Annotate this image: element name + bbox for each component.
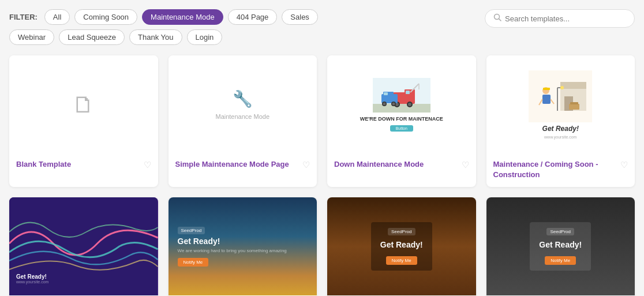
filter-btn-lead-squeeze[interactable]: Lead Squeeze	[59, 29, 125, 45]
threads-sub: www.yoursite.com	[16, 280, 48, 284]
svg-rect-6	[406, 91, 410, 94]
threads-get-ready: Get Ready!	[16, 273, 48, 280]
search-box	[485, 9, 635, 28]
down-maint-btn[interactable]: Button	[390, 125, 413, 132]
filter-btn-404[interactable]: 404 Page	[228, 9, 278, 25]
filter-btn-thank-you[interactable]: Thank You	[129, 29, 182, 45]
svg-rect-15	[384, 92, 388, 95]
filter-label: FILTER:	[9, 13, 38, 21]
svg-point-19	[392, 102, 395, 105]
filter-btn-coming-soon[interactable]: Coming Soon	[74, 9, 137, 25]
svg-rect-22	[560, 82, 586, 89]
card-thumb-sky[interactable]: SeedProd Get Ready! We are working hard …	[169, 197, 317, 295]
template-card-threads: Get Ready! www.yoursite.com Maintenance …	[9, 197, 158, 296]
template-grid: 🗋 Blank Template ♡ 🔧 Maintenance Mode Si…	[9, 55, 635, 296]
filter-row-1: FILTER: All Coming Soon Maintenance Mode…	[9, 9, 318, 25]
card-title-simple-maintenance: Simple Maintenance Mode Page	[175, 159, 299, 170]
search-icon	[493, 13, 501, 24]
heart-icon-down-maintenance[interactable]: ♡	[462, 160, 469, 170]
svg-rect-33	[570, 102, 578, 104]
filter-btn-all[interactable]: All	[44, 9, 70, 25]
card-thumb-wood[interactable]: SeedProd Get Ready! Notify Me	[327, 197, 476, 295]
svg-rect-28	[543, 88, 550, 90]
filter-row-2: Webinar Lead Squeeze Thank You Login	[9, 29, 318, 45]
down-maint-title: WE'RE DOWN FOR MAINTENACE	[360, 116, 443, 122]
seedprod-badge-sky: SeedProd	[178, 227, 205, 234]
doc-icon: 🗋	[72, 92, 95, 118]
svg-point-17	[383, 102, 385, 105]
card-info-construction: Maintenance / Coming Soon - Construction…	[486, 153, 635, 187]
seedprod-badge-desk: SeedProd	[546, 228, 574, 235]
get-ready-sky: Get Ready!	[178, 237, 220, 246]
seedprod-badge-wood: SeedProd	[388, 228, 415, 235]
heart-icon-simple-maintenance[interactable]: ♡	[302, 160, 310, 170]
wrench-icon: 🔧	[233, 89, 253, 108]
constr-title: Get Ready!	[542, 125, 579, 133]
construction-svg	[529, 70, 592, 122]
get-ready-wood: Get Ready!	[380, 240, 423, 249]
card-info-simple-maintenance: Simple Maintenance Mode Page ♡	[169, 153, 317, 177]
heart-icon-construction[interactable]: ♡	[620, 160, 628, 170]
card-title-blank: Blank Template	[16, 159, 140, 170]
template-card-wood: SeedProd Get Ready! Notify Me Maintenanc…	[327, 197, 476, 296]
card-info-down-maintenance: Down Maintenance Mode ♡	[327, 153, 476, 177]
tow-truck-svg	[373, 78, 430, 113]
desk-card-overlay: SeedProd Get Ready! Notify Me	[530, 222, 591, 271]
sub-text-sky: We are working hard to bring you somethi…	[178, 248, 287, 253]
template-card-construction: Get Ready! www.yoursite.com Maintenance …	[486, 55, 635, 187]
filter-btn-maintenance-mode[interactable]: Maintenance Mode	[142, 9, 223, 25]
card-thumb-construction[interactable]: Get Ready! www.yoursite.com	[486, 55, 635, 153]
app-container: FILTER: All Coming Soon Maintenance Mode…	[9, 9, 635, 296]
template-card-down-maintenance: WE'RE DOWN FOR MAINTENACE Button Down Ma…	[327, 55, 476, 187]
card-thumb-desk[interactable]: SeedProd Get Ready! Notify Me	[486, 197, 635, 295]
get-ready-desk: Get Ready!	[539, 240, 582, 249]
top-bar: FILTER: All Coming Soon Maintenance Mode…	[9, 9, 635, 45]
svg-point-26	[560, 86, 564, 89]
template-card-desk: SeedProd Get Ready! Notify Me Maintenanc…	[486, 197, 635, 296]
wood-card-overlay: SeedProd Get Ready! Notify Me	[371, 222, 432, 271]
svg-line-1	[499, 19, 501, 21]
card-title-down-maintenance: Down Maintenance Mode	[334, 159, 458, 170]
card-title-construction: Maintenance / Coming Soon - Construction	[493, 159, 617, 180]
notify-btn-wood[interactable]: Notify Me	[386, 256, 417, 265]
template-card-sky: SeedProd Get Ready! We are working hard …	[169, 197, 317, 296]
template-card-simple-maintenance: 🔧 Maintenance Mode Simple Maintenance Mo…	[169, 55, 317, 187]
card-thumb-threads[interactable]: Get Ready! www.yoursite.com	[9, 197, 158, 295]
svg-rect-32	[569, 104, 579, 110]
svg-rect-29	[542, 95, 551, 104]
svg-rect-3	[373, 104, 430, 113]
card-thumb-blank[interactable]: 🗋	[9, 55, 158, 153]
filter-btn-login[interactable]: Login	[187, 29, 223, 45]
filter-area: FILTER: All Coming Soon Maintenance Mode…	[9, 9, 318, 45]
search-input[interactable]	[505, 14, 626, 23]
template-card-blank: 🗋 Blank Template ♡	[9, 55, 158, 187]
notify-btn-sky[interactable]: Notify Me	[178, 258, 209, 267]
filter-btn-webinar[interactable]: Webinar	[9, 29, 54, 45]
card-thumb-down-maintenance[interactable]: WE'RE DOWN FOR MAINTENACE Button	[327, 55, 476, 153]
filter-btn-sales[interactable]: Sales	[282, 9, 318, 25]
threads-overlay: Get Ready! www.yoursite.com	[16, 273, 48, 284]
svg-point-10	[408, 103, 411, 106]
maint-mode-text: Maintenance Mode	[215, 113, 269, 120]
card-thumb-simple-maintenance[interactable]: 🔧 Maintenance Mode	[169, 55, 317, 153]
card-info-blank: Blank Template ♡	[9, 153, 158, 177]
constr-sub: www.yoursite.com	[544, 135, 576, 139]
heart-icon-blank[interactable]: ♡	[144, 160, 151, 170]
notify-btn-desk[interactable]: Notify Me	[545, 256, 576, 265]
